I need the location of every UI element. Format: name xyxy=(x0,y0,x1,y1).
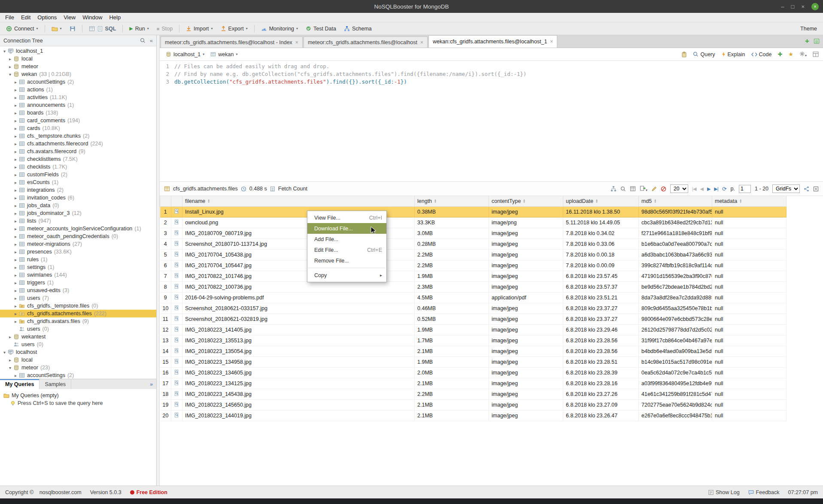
view-file-icon[interactable] xyxy=(171,292,182,303)
table-row[interactable]: 17IMG_20180223_134125.jpg2.1MBimage/jpeg… xyxy=(160,378,787,389)
table-row[interactable]: 12IMG_20180223_141405.jpg1.9MBimage/jpeg… xyxy=(160,324,787,335)
close-tab-icon[interactable]: × xyxy=(295,39,298,45)
tab-list-icon[interactable] xyxy=(814,38,820,44)
view-file-icon[interactable] xyxy=(171,367,182,378)
maximize-button[interactable]: □ xyxy=(791,3,795,10)
query-editor[interactable]: 1// Files can be added easily with drag … xyxy=(160,61,823,182)
expand-icon[interactable]: ▸ xyxy=(7,57,13,61)
table-row[interactable]: 11Screenshot_20180621-032819.jpg0.52MBim… xyxy=(160,314,787,324)
tree-item-lists[interactable]: ▸lists(947) xyxy=(0,217,156,225)
tree-item-cfs-attachments-filerecord[interactable]: ▸cfs.attachments.filerecord(224) xyxy=(0,140,156,148)
collapse-icon[interactable]: ▾ xyxy=(2,49,7,54)
tree-item-local[interactable]: ▸local xyxy=(0,55,156,63)
column-header-metadata[interactable]: metadata▲▼ xyxy=(712,196,787,206)
query-button[interactable]: Query xyxy=(693,51,715,57)
table-row[interactable]: 20IMG_20180223_144019.jpg2.1MBimage/jpeg… xyxy=(160,410,787,421)
expand-icon[interactable]: ▸ xyxy=(13,373,18,378)
expand-icon[interactable]: ▸ xyxy=(13,311,18,316)
close-button[interactable]: × xyxy=(801,3,805,10)
table-row[interactable]: 13IMG_20180223_135513.jpg1.7MBimage/jpeg… xyxy=(160,335,787,346)
table-row[interactable]: 5IMG_20170704_105438.jpg2.2MBimage/jpeg7… xyxy=(160,249,787,260)
view-file-icon[interactable] xyxy=(171,249,182,260)
collapse-icon[interactable]: ▾ xyxy=(2,350,7,355)
sort-icon[interactable]: ▲▼ xyxy=(207,199,210,203)
close-tab-icon[interactable]: × xyxy=(420,39,423,45)
expand-icon[interactable]: ▸ xyxy=(13,219,18,223)
tree-item-cfs-avatars-filerecord[interactable]: ▸cfs.avatars.filerecord(9) xyxy=(0,148,156,155)
tree-item-meteor[interactable]: ▾meteor(23) xyxy=(0,364,156,371)
tree-item-wekantest[interactable]: ▸wekantest xyxy=(0,333,156,341)
tree-item-accountsettings[interactable]: ▸accountSettings(2) xyxy=(0,78,156,86)
view-file-icon[interactable] xyxy=(171,378,182,389)
recorder-icon[interactable]: × xyxy=(811,3,819,10)
maximize-panel-icon[interactable] xyxy=(813,186,819,192)
column-header-length[interactable]: length▲▼ xyxy=(415,196,489,206)
close-tab-icon[interactable]: × xyxy=(550,39,553,45)
table-row[interactable]: 7IMG_20170822_101746.jpg1.9MBimage/jpeg6… xyxy=(160,271,787,281)
table-row[interactable]: 19IMG_20180223_145650.jpg2.1MBimage/jpeg… xyxy=(160,399,787,410)
schema-button[interactable]: Schema xyxy=(341,24,374,33)
expand-icon[interactable]: ▸ xyxy=(13,172,18,177)
sort-icon[interactable]: ▲▼ xyxy=(434,199,437,203)
open-file-button[interactable]: ▾ xyxy=(49,24,64,33)
expand-icon[interactable]: ▸ xyxy=(13,165,18,169)
sort-icon[interactable]: ▲▼ xyxy=(739,199,742,203)
tree-item-users[interactable]: ▸users(7) xyxy=(0,294,156,302)
table-row[interactable]: 15IMG_20180223_134958.jpg1.9MBimage/jpeg… xyxy=(160,356,787,367)
column-header-contenttype[interactable]: contentType▲▼ xyxy=(489,196,563,206)
view-file-icon[interactable] xyxy=(171,389,182,399)
tree-item-settings[interactable]: ▸settings(1) xyxy=(0,263,156,271)
expand-icon[interactable]: ▸ xyxy=(7,358,13,362)
table-row[interactable]: 3IMG_20180709_080719.jpg3.0MBimage/jpeg7… xyxy=(160,228,787,238)
menu-file[interactable]: File xyxy=(2,13,18,21)
first-page-icon[interactable]: |◀ xyxy=(692,186,696,192)
view-file-icon[interactable] xyxy=(171,324,182,335)
search-icon[interactable] xyxy=(140,38,146,43)
tree-item-triggers[interactable]: ▸triggers(1) xyxy=(0,279,156,287)
table-row[interactable]: 1Install_Linux.jpg0.38MBimage/jpeg16.11.… xyxy=(160,206,787,217)
expand-icon[interactable]: ▸ xyxy=(13,103,18,108)
minimize-button[interactable]: – xyxy=(781,3,784,10)
table-row[interactable]: 14IMG_20180223_135054.jpg2.1MBimage/jpeg… xyxy=(160,346,787,356)
view-file-icon[interactable] xyxy=(171,238,182,249)
view-file-icon[interactable] xyxy=(171,217,182,228)
tree-item-escounts[interactable]: ▸esCounts(1) xyxy=(0,178,156,186)
expand-icon[interactable]: ▸ xyxy=(7,64,13,69)
expand-icon[interactable]: ▸ xyxy=(13,265,18,270)
table-row[interactable]: 92016-04-29-solving-problems.pdf4.5MBapp… xyxy=(160,292,787,303)
expand-icon[interactable]: ▸ xyxy=(13,319,18,324)
explain-button[interactable]: Explain xyxy=(721,51,745,57)
sort-icon[interactable]: ▲▼ xyxy=(523,199,525,203)
expand-icon[interactable]: ▸ xyxy=(13,196,18,200)
last-page-icon[interactable]: ▶| xyxy=(714,186,718,192)
editor-tab-meteor-cfs-gridfs-attachments-files-loca[interactable]: meteor:cfs_gridfs.attachments.files@loca… xyxy=(161,36,303,48)
view-file-icon[interactable] xyxy=(171,346,182,356)
expand-icon[interactable]: ▸ xyxy=(13,157,18,162)
table-row[interactable]: 18IMG_20180223_145438.jpg2.2MBimage/jpeg… xyxy=(160,389,787,399)
expand-icon[interactable]: ▸ xyxy=(13,188,18,193)
view-file-icon[interactable] xyxy=(171,410,182,421)
view-file-icon[interactable] xyxy=(171,335,182,346)
menu-view[interactable]: View xyxy=(60,13,79,21)
my-queries-root[interactable]: My Queries (empty) xyxy=(3,392,153,399)
tree-item-activities[interactable]: ▸activities(11.1K) xyxy=(0,94,156,101)
sort-icon[interactable]: ▲▼ xyxy=(654,199,656,203)
tree-item-jobs-data[interactable]: ▸jobs_data(0) xyxy=(0,202,156,209)
tree-item-checklistitems[interactable]: ▸checklistItems(7.5K) xyxy=(0,155,156,163)
column-header-uploaddate[interactable]: uploadDate▲▼ xyxy=(563,196,639,206)
new-tab-button[interactable]: + xyxy=(805,37,809,45)
expand-icon[interactable]: ▸ xyxy=(13,273,18,278)
collapse-icon[interactable]: ▾ xyxy=(7,72,13,77)
stop-button[interactable]: ■ Stop xyxy=(154,24,175,33)
edit-document-icon[interactable] xyxy=(651,186,657,192)
theme-button[interactable]: Theme xyxy=(798,24,820,33)
view-file-icon[interactable] xyxy=(171,314,182,324)
view-mode-select[interactable]: GridFs xyxy=(772,184,800,193)
tree-item-cards[interactable]: ▸cards(10.8K) xyxy=(0,124,156,132)
expand-icon[interactable]: ▸ xyxy=(13,250,18,254)
column-header-filename[interactable]: filename▲▼ xyxy=(182,196,415,206)
menu-item-view-file[interactable]: View File...Ctrl+I xyxy=(307,212,386,223)
sort-icon[interactable]: ▲▼ xyxy=(595,199,598,203)
expand-icon[interactable]: ▸ xyxy=(7,335,13,339)
view-file-icon[interactable] xyxy=(171,228,182,238)
